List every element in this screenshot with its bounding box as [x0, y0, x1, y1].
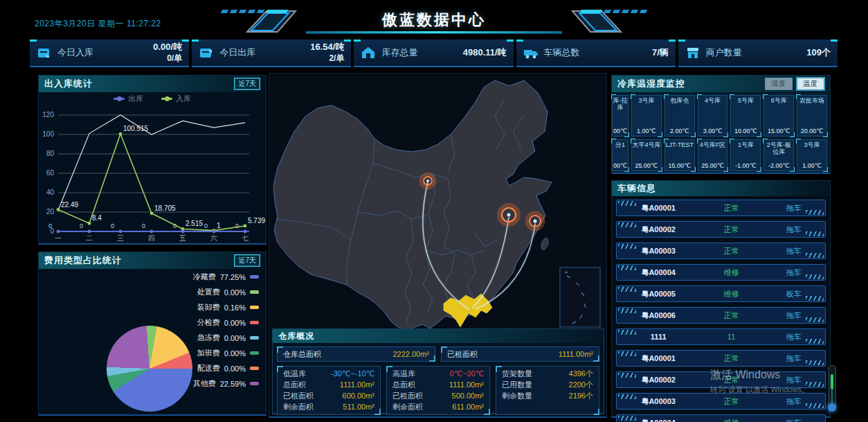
vehicle-plate: 粤A00002 — [617, 225, 700, 235]
cold-storage-name: 3号库 — [631, 95, 662, 104]
cold-storage-card[interactable]: 2号库-板位库 -2.00℃ — [763, 139, 794, 171]
cold-storage-card[interactable]: 农批市场 20.00℃ — [797, 95, 827, 137]
svg-text:60: 60 — [46, 169, 55, 177]
pie-legend-item[interactable]: 装卸费0.16% — [197, 302, 259, 313]
vehicle-row[interactable]: 1111 11 拖车 — [616, 328, 826, 345]
shelf-count-box: 货架数量4396个 已用数量2200个 剩余数量2196个 — [496, 366, 599, 415]
cold-storage-name: 库-拉库 — [612, 95, 629, 112]
cold-storage-name: 4号库 — [698, 95, 728, 104]
vehicle-status: 正常 — [700, 396, 762, 407]
svg-text:0: 0 — [235, 222, 239, 229]
cold-storage-panel: 冷库温湿度监控 湿度 温度 库-拉库 00℃ 3号库 1.00℃ 包库仓 2.0… — [611, 75, 831, 174]
svg-text:22.49: 22.49 — [61, 201, 78, 209]
vehicle-type: 板车 — [763, 289, 825, 299]
kpi-total-inventory: 库存总量 4980.11/吨 — [354, 39, 513, 67]
vehicle-row[interactable]: 粤A00005 维修 板车 — [616, 285, 826, 302]
pie-legend-pct: 0.00% — [224, 288, 246, 297]
cold-storage-card[interactable]: 5号库 10.00℃ — [730, 95, 761, 137]
fee-pie-chart — [107, 326, 192, 412]
cold-storage-card[interactable]: 3号库 1.00℃ — [631, 95, 662, 137]
pie-legend-pct: 0.00% — [224, 364, 246, 373]
line-chart: 020406080100120一二三四五六七22.498.4100.51518.… — [39, 103, 266, 245]
map-marker-2[interactable] — [499, 205, 518, 225]
vehicle-row[interactable]: 粤A00001 正常 拖车 — [616, 350, 826, 367]
vehicle-info-panel: 车辆信息 粤A00001 正常 拖车 粤A00002 正常 拖车 粤A00003… — [611, 180, 831, 418]
vehicle-type: 拖车 — [763, 267, 825, 278]
vehicle-plate: 粤A00001 — [617, 353, 700, 364]
map-marker-3[interactable] — [527, 213, 543, 229]
vehicle-list-scrollbar[interactable] — [829, 365, 836, 410]
pie-legend-marker — [250, 351, 259, 355]
cold-storage-temp: 15.00℃ — [664, 162, 695, 171]
stat-label: 货架数量 — [502, 369, 532, 379]
cold-storage-name: LJT-TEST — [664, 139, 695, 148]
legend-item-inbound[interactable]: 入库 — [161, 94, 191, 104]
vehicle-type: 拖车 — [763, 203, 825, 213]
stat-label: 低温库 — [283, 369, 306, 379]
pie-legend-item[interactable]: 处置费0.00% — [197, 287, 259, 297]
vehicle-row[interactable]: 粤A00001 正常 拖车 — [616, 200, 826, 216]
panel-title: 车辆信息 — [617, 182, 656, 195]
svg-text:六: 六 — [210, 234, 217, 242]
stat-label: 已用数量 — [502, 380, 532, 390]
cold-storage-card[interactable]: 1号库 -1.00℃ — [730, 139, 761, 171]
panel-header: 冷库温湿度监控 湿度 温度 — [612, 76, 830, 92]
svg-text:1: 1 — [217, 222, 221, 229]
scrollbar-knob[interactable] — [828, 403, 836, 412]
svg-text:8.4: 8.4 — [92, 214, 102, 222]
pie-legend-item[interactable]: 其他费22.59% — [193, 378, 259, 389]
range-7d-button[interactable]: 近7天 — [234, 254, 260, 267]
vehicle-row[interactable]: 粤A00002 正常 拖车 — [616, 371, 826, 388]
humidity-button[interactable]: 湿度 — [765, 78, 793, 90]
vehicle-status: 正常 — [700, 246, 762, 256]
cold-storage-card[interactable]: LJT-TEST 15.00℃ — [664, 139, 695, 171]
pie-legend-item[interactable]: 加班费0.00% — [197, 348, 259, 358]
vehicle-row[interactable]: 粤A00002 正常 拖车 — [616, 221, 826, 238]
cold-storage-card[interactable]: 包库仓 2.00℃ — [664, 95, 695, 137]
svg-text:5.739: 5.739 — [248, 217, 265, 225]
cold-storage-card[interactable]: 4号库 3.00℃ — [698, 95, 728, 137]
cold-storage-card[interactable]: 4号库F区 25.00℃ — [698, 139, 728, 171]
vehicle-row[interactable]: 粤A00004 维修 拖车 — [616, 414, 826, 422]
kpi-total-vehicles: 车辆总数 7/辆 — [516, 39, 676, 67]
pie-legend-label: 急冻费 — [197, 333, 220, 343]
pie-legend-label: 处置费 — [197, 287, 220, 297]
cold-storage-card[interactable]: 库-拉库 00℃ — [612, 95, 629, 137]
vehicle-row[interactable]: 粤A00006 正常 拖车 — [616, 307, 826, 324]
cold-storage-card[interactable]: 6号库 15.00℃ — [763, 95, 794, 137]
highlighted-region-guangdong[interactable] — [444, 294, 492, 327]
kpi-outbound-today: 今日出库 16.54/吨2/单 — [192, 39, 351, 67]
inbound-box-icon — [37, 46, 52, 60]
vehicle-plate: 粤A00006 — [617, 310, 700, 321]
svg-text:2.515: 2.515 — [186, 220, 203, 227]
svg-text:120: 120 — [42, 111, 54, 118]
kpi-value: 4980.11/吨 — [463, 47, 507, 58]
pie-legend-label: 配送费 — [197, 363, 220, 373]
temperature-button[interactable]: 温度 — [797, 78, 824, 90]
warehouse-overview-panel: 仓库概况 仓库总面积 2222.00m² 已租面积 1111.00m² 低温库-… — [272, 328, 604, 414]
vehicle-status: 正常 — [700, 225, 762, 235]
pie-legend-item[interactable]: 冷藏费77.25% — [193, 272, 259, 282]
vehicle-type: 拖车 — [763, 396, 825, 407]
kpi-label: 今日入库 — [57, 46, 93, 59]
pie-legend-item[interactable]: 急冻费0.00% — [197, 333, 259, 343]
panel-header: 仓库概况 — [273, 329, 604, 343]
cold-storage-card[interactable]: 大平4号库 25.00℃ — [631, 139, 662, 171]
range-7d-button[interactable]: 近7天 — [234, 78, 260, 90]
vehicle-plate: 粤A00001 — [617, 203, 700, 213]
header-dashes-left — [221, 10, 287, 13]
warehouse-totals: 仓库总面积 2222.00m² 已租面积 1111.00m² — [273, 343, 604, 362]
outbound-box-icon — [199, 46, 214, 60]
vehicle-row[interactable]: 粤A00003 正常 拖车 — [616, 243, 826, 259]
pie-legend-item[interactable]: 分检费0.00% — [197, 317, 259, 328]
stat-value: 2222.00m² — [392, 350, 429, 358]
cold-storage-temp: 20.00℃ — [797, 128, 827, 137]
legend-item-outbound[interactable]: 出库 — [114, 94, 143, 104]
pie-legend-item[interactable]: 配送费0.00% — [197, 363, 259, 373]
cold-storage-card[interactable]: 3号库 1.00℃ — [797, 139, 827, 171]
vehicle-row[interactable]: 粤A00003 正常 拖车 — [616, 393, 826, 410]
cold-storage-temp: -1.00℃ — [730, 162, 761, 171]
vehicle-row[interactable]: 粤A00004 维修 拖车 — [616, 264, 826, 281]
cold-storage-card[interactable]: 分1 00℃ — [612, 139, 629, 171]
vehicle-type: 拖车 — [763, 246, 825, 256]
